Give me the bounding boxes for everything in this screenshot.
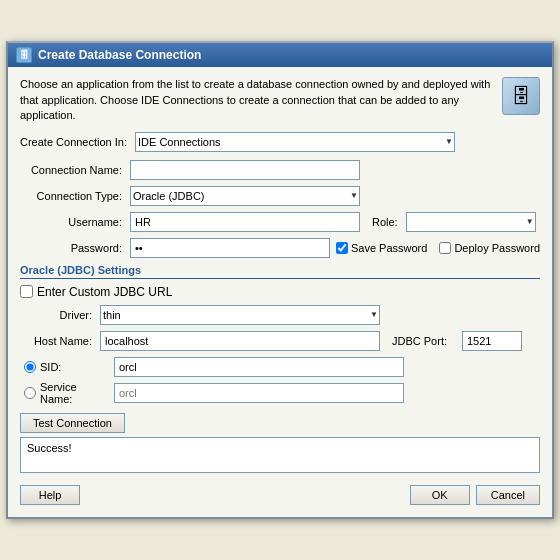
- oracle-section-header: Oracle (JDBC) Settings: [20, 264, 540, 279]
- driver-select-wrapper: thin ▼: [100, 305, 380, 325]
- role-select[interactable]: [406, 212, 536, 232]
- deploy-password-checkbox[interactable]: [439, 242, 451, 254]
- role-label: Role:: [372, 216, 398, 228]
- username-input[interactable]: [130, 212, 360, 232]
- service-name-input[interactable]: [114, 383, 404, 403]
- connection-name-label: Connection Name:: [20, 164, 130, 176]
- username-role-row: Username: Role: ▼: [20, 212, 540, 232]
- jdbc-port-label: JDBC Port:: [392, 335, 462, 347]
- custom-jdbc-label: Enter Custom JDBC URL: [37, 285, 172, 299]
- test-result-box: Success!: [20, 437, 540, 473]
- service-name-row: Service Name:: [20, 381, 540, 405]
- sid-label: SID:: [40, 361, 110, 373]
- title-bar-icon: 🗄: [16, 47, 32, 63]
- connection-name-row: Connection Name:: [20, 160, 540, 180]
- dialog-window: 🗄 Create Database Connection Choose an a…: [6, 41, 554, 518]
- password-input[interactable]: [130, 238, 330, 258]
- title-bar: 🗄 Create Database Connection: [8, 43, 552, 67]
- connection-type-label: Connection Type:: [20, 190, 130, 202]
- dialog-content: Choose an application from the list to c…: [8, 67, 552, 516]
- cancel-button[interactable]: Cancel: [476, 485, 540, 505]
- driver-label: Driver:: [20, 309, 100, 321]
- password-row: Password: Save Password Deploy Password: [20, 238, 540, 258]
- ok-cancel-group: OK Cancel: [410, 485, 540, 505]
- sid-input[interactable]: [114, 357, 404, 377]
- create-connection-row: Create Connection In: IDE Connections ▼: [20, 132, 540, 152]
- custom-jdbc-checkbox[interactable]: [20, 285, 33, 298]
- connection-type-select[interactable]: Oracle (JDBC): [130, 186, 360, 206]
- password-checks: Save Password Deploy Password: [336, 242, 540, 254]
- password-label: Password:: [20, 242, 130, 254]
- button-row: Help OK Cancel: [20, 481, 540, 507]
- connection-type-row: Connection Type: Oracle (JDBC) ▼: [20, 186, 540, 206]
- hostname-port-row: Host Name: JDBC Port:: [20, 331, 540, 351]
- service-name-radio[interactable]: [24, 387, 36, 399]
- description-text: Choose an application from the list to c…: [20, 78, 490, 121]
- custom-jdbc-row: Enter Custom JDBC URL: [20, 285, 540, 299]
- save-password-checkbox[interactable]: [336, 242, 348, 254]
- database-icon: 🗄: [502, 77, 540, 115]
- host-name-input[interactable]: [100, 331, 380, 351]
- role-select-wrapper: ▼: [406, 212, 536, 232]
- driver-select[interactable]: thin: [100, 305, 380, 325]
- service-name-label: Service Name:: [40, 381, 110, 405]
- driver-row: Driver: thin ▼: [20, 305, 540, 325]
- test-section: Test Connection Success!: [20, 413, 540, 473]
- sid-radio[interactable]: [24, 361, 36, 373]
- create-connection-select-wrapper: IDE Connections ▼: [135, 132, 455, 152]
- save-password-label[interactable]: Save Password: [336, 242, 427, 254]
- dialog-title: Create Database Connection: [38, 48, 201, 62]
- deploy-password-label[interactable]: Deploy Password: [439, 242, 540, 254]
- sid-row: SID:: [20, 357, 540, 377]
- create-connection-label: Create Connection In:: [20, 136, 127, 148]
- create-connection-select[interactable]: IDE Connections: [135, 132, 455, 152]
- success-text: Success!: [27, 442, 72, 454]
- host-name-label: Host Name:: [20, 335, 100, 347]
- connection-type-select-wrapper: Oracle (JDBC) ▼: [130, 186, 360, 206]
- test-connection-button[interactable]: Test Connection: [20, 413, 125, 433]
- ok-button[interactable]: OK: [410, 485, 470, 505]
- help-button[interactable]: Help: [20, 485, 80, 505]
- jdbc-port-input[interactable]: [462, 331, 522, 351]
- connection-name-input[interactable]: [130, 160, 360, 180]
- username-label: Username:: [20, 216, 130, 228]
